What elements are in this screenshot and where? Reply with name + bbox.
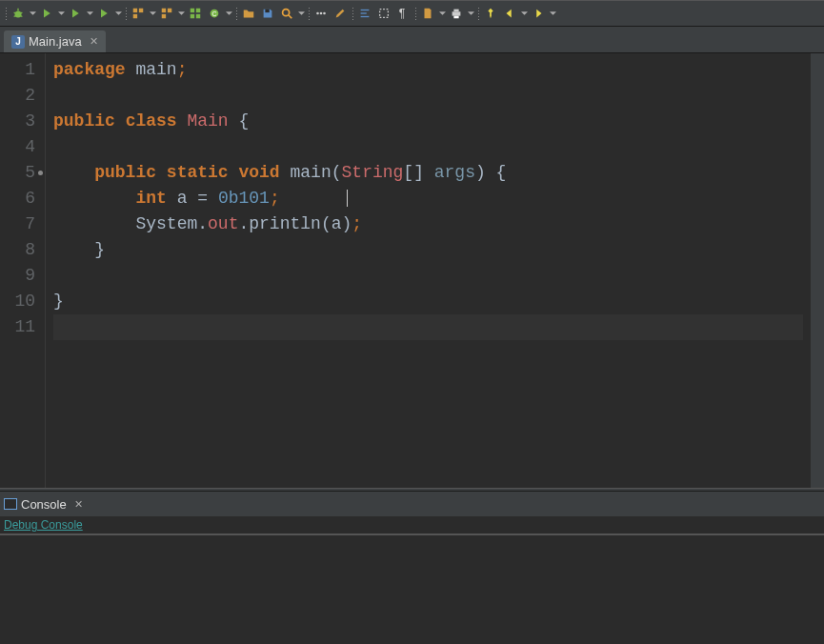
- pilcrow-icon[interactable]: ¶: [394, 4, 412, 23]
- console-tab[interactable]: Console ✕: [4, 497, 83, 512]
- toolbar-separator[interactable]: [4, 6, 8, 21]
- search-icon[interactable]: [278, 4, 295, 23]
- svg-line-2: [14, 12, 16, 13]
- dropdown-arrow-icon[interactable]: [177, 11, 185, 15]
- line-number[interactable]: 3: [4, 109, 35, 134]
- code-line[interactable]: int a = 0b101;: [53, 186, 803, 211]
- dropdown-arrow-icon[interactable]: [29, 11, 36, 15]
- page-icon[interactable]: [419, 4, 436, 23]
- svg-line-4: [14, 16, 16, 17]
- toggle-breakpoint-icon[interactable]: [312, 4, 330, 23]
- code-line[interactable]: }: [53, 237, 803, 263]
- save-icon[interactable]: [259, 4, 276, 23]
- editor-tab-label: Main.java: [29, 34, 82, 49]
- svg-rect-6: [133, 9, 137, 12]
- editor-tab-bar: J Main.java ✕: [0, 27, 824, 53]
- console-tab-bar: Console ✕: [0, 492, 824, 516]
- line-number[interactable]: 9: [4, 263, 35, 289]
- toolbar-separator[interactable]: [413, 6, 417, 21]
- run-alt-icon[interactable]: [67, 4, 84, 23]
- code-content[interactable]: package main;public class Main { public …: [46, 53, 811, 488]
- line-number[interactable]: 7: [4, 211, 35, 237]
- code-line[interactable]: }: [53, 289, 803, 314]
- code-line[interactable]: [53, 314, 803, 340]
- svg-line-5: [21, 16, 23, 17]
- code-line[interactable]: [53, 83, 803, 109]
- svg-rect-12: [191, 9, 194, 12]
- block-icon[interactable]: [375, 4, 392, 23]
- svg-line-3: [21, 12, 23, 13]
- pin-icon[interactable]: [482, 4, 499, 23]
- debug-console-link[interactable]: Debug Console: [0, 516, 824, 533]
- line-number[interactable]: 1: [4, 57, 35, 83]
- vertical-scrollbar[interactable]: [811, 53, 824, 488]
- toolbar-separator[interactable]: [351, 6, 354, 21]
- svg-line-20: [289, 15, 292, 19]
- svg-point-23: [323, 12, 326, 15]
- console-panel: Console ✕ Debug Console: [0, 492, 824, 644]
- dropdown-arrow-icon[interactable]: [549, 11, 556, 15]
- line-number[interactable]: 6: [4, 186, 35, 211]
- editor-tab-main[interactable]: J Main.java ✕: [4, 30, 106, 52]
- line-number[interactable]: 10: [4, 289, 35, 314]
- new-class-icon[interactable]: C: [206, 4, 223, 23]
- dropdown-arrow-icon[interactable]: [467, 11, 474, 15]
- line-number[interactable]: 4: [4, 134, 35, 160]
- close-tab-icon[interactable]: ✕: [90, 35, 98, 48]
- svg-text:¶: ¶: [399, 7, 406, 20]
- svg-rect-13: [196, 9, 200, 12]
- edit-icon[interactable]: [332, 4, 349, 23]
- dropdown-arrow-icon[interactable]: [114, 11, 122, 15]
- svg-rect-15: [196, 14, 200, 18]
- line-number[interactable]: 11: [4, 314, 35, 340]
- toolbar-separator[interactable]: [234, 6, 238, 21]
- code-line[interactable]: package main;: [53, 57, 803, 83]
- console-output[interactable]: [0, 533, 824, 644]
- dropdown-arrow-icon[interactable]: [438, 11, 446, 15]
- dropdown-arrow-icon[interactable]: [86, 11, 93, 15]
- bug-icon[interactable]: [10, 4, 27, 23]
- svg-rect-29: [452, 11, 461, 15]
- format-icon[interactable]: [356, 4, 373, 23]
- close-console-icon[interactable]: ✕: [74, 498, 83, 511]
- svg-point-21: [316, 12, 319, 15]
- svg-rect-30: [453, 10, 458, 12]
- forward-icon[interactable]: [530, 4, 547, 23]
- open-folder-icon[interactable]: [240, 4, 257, 23]
- toolbar-separator[interactable]: [124, 6, 128, 21]
- dropdown-arrow-icon[interactable]: [57, 11, 65, 15]
- console-tab-label: Console: [21, 497, 67, 512]
- code-line[interactable]: public class Main {: [53, 109, 803, 134]
- line-number[interactable]: 8: [4, 237, 35, 263]
- dropdown-arrow-icon[interactable]: [520, 11, 528, 15]
- text-cursor: [347, 190, 348, 207]
- svg-point-22: [320, 12, 323, 15]
- svg-rect-8: [133, 14, 137, 18]
- svg-point-19: [283, 10, 290, 16]
- svg-rect-14: [191, 14, 194, 18]
- back-icon[interactable]: [501, 4, 518, 23]
- svg-rect-9: [162, 9, 166, 12]
- toolbar-separator[interactable]: [476, 6, 480, 21]
- code-line[interactable]: [53, 263, 803, 289]
- new-project-icon[interactable]: [130, 4, 147, 23]
- java-file-icon: J: [11, 35, 25, 49]
- toolbar-separator[interactable]: [307, 6, 311, 21]
- line-number[interactable]: 2: [4, 83, 35, 109]
- dropdown-arrow-icon[interactable]: [149, 11, 156, 15]
- dropdown-arrow-icon[interactable]: [225, 11, 232, 15]
- code-line[interactable]: System.out.println(a);: [53, 211, 803, 237]
- code-editor[interactable]: 1234567891011 package main;public class …: [0, 53, 824, 488]
- dropdown-arrow-icon[interactable]: [297, 11, 305, 15]
- code-line[interactable]: [53, 134, 803, 160]
- line-number[interactable]: 5: [4, 160, 35, 186]
- new-package-icon[interactable]: [187, 4, 204, 23]
- coverage-icon[interactable]: [95, 4, 112, 23]
- svg-rect-31: [453, 16, 458, 19]
- print-icon[interactable]: [448, 4, 465, 23]
- svg-rect-18: [265, 10, 269, 13]
- new-file-icon[interactable]: [158, 4, 175, 23]
- svg-point-0: [15, 10, 22, 17]
- code-line[interactable]: public static void main(String[] args) {: [53, 160, 803, 186]
- run-icon[interactable]: [38, 4, 55, 23]
